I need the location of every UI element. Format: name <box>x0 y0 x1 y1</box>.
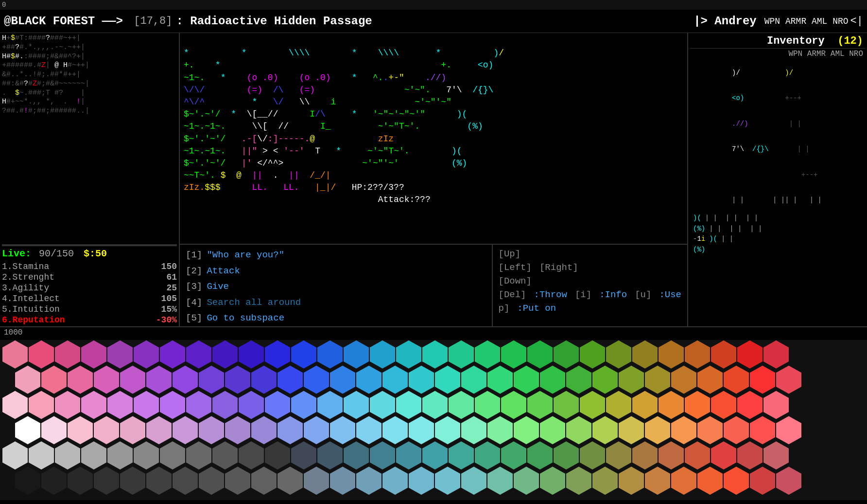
palette-color[interactable] <box>711 340 736 369</box>
palette-color[interactable] <box>461 416 486 444</box>
palette-color[interactable] <box>396 441 421 470</box>
palette-color[interactable] <box>277 366 303 394</box>
palette-color[interactable] <box>251 467 277 495</box>
palette-color[interactable] <box>724 416 749 444</box>
palette-color[interactable] <box>697 416 723 444</box>
palette-color[interactable] <box>251 416 277 444</box>
palette-color[interactable] <box>344 441 369 470</box>
palette-color[interactable] <box>277 416 303 444</box>
palette-color[interactable] <box>265 391 290 419</box>
palette-color[interactable] <box>619 366 644 394</box>
palette-color[interactable] <box>776 366 801 394</box>
palette-color[interactable] <box>29 340 54 369</box>
palette-color[interactable] <box>291 391 316 419</box>
palette-color[interactable] <box>619 416 644 444</box>
palette-color[interactable] <box>55 391 80 419</box>
palette-color[interactable] <box>356 416 381 444</box>
palette-color[interactable] <box>344 391 369 419</box>
palette-color[interactable] <box>540 416 565 444</box>
palette-color[interactable] <box>592 467 618 495</box>
palette-color[interactable] <box>409 467 434 495</box>
palette-color[interactable] <box>422 391 448 419</box>
palette-color[interactable] <box>212 391 238 419</box>
palette-color[interactable] <box>527 340 553 369</box>
palette-color[interactable] <box>356 366 381 394</box>
palette-color[interactable] <box>212 441 238 470</box>
palette-color[interactable] <box>120 366 145 394</box>
palette-color[interactable] <box>580 391 605 419</box>
palette-color[interactable] <box>501 441 526 470</box>
palette-color[interactable] <box>659 340 684 369</box>
palette-color[interactable] <box>671 416 696 444</box>
palette-color[interactable] <box>146 366 172 394</box>
palette-color[interactable] <box>685 441 710 470</box>
palette-color[interactable] <box>317 340 343 369</box>
palette-color[interactable] <box>199 416 224 444</box>
palette-color[interactable] <box>750 366 775 394</box>
palette-color[interactable] <box>632 441 658 470</box>
palette-color[interactable] <box>396 340 421 369</box>
palette-color[interactable] <box>239 441 264 470</box>
palette-color[interactable] <box>186 441 211 470</box>
palette-color[interactable] <box>461 366 486 394</box>
palette-color[interactable] <box>2 441 28 470</box>
palette-color[interactable] <box>487 366 513 394</box>
palette-color[interactable] <box>554 441 579 470</box>
palette-color[interactable] <box>619 467 644 495</box>
palette-color[interactable] <box>146 416 172 444</box>
palette-color[interactable] <box>134 441 159 470</box>
palette-color[interactable] <box>566 416 591 444</box>
palette-color[interactable] <box>212 340 238 369</box>
palette-color[interactable] <box>120 416 145 444</box>
palette-color[interactable] <box>396 391 421 419</box>
palette-color[interactable] <box>81 441 106 470</box>
palette-color[interactable] <box>160 340 185 369</box>
palette-color[interactable] <box>107 340 133 369</box>
palette-color[interactable] <box>606 391 631 419</box>
palette-color[interactable] <box>317 391 343 419</box>
palette-color[interactable] <box>199 366 224 394</box>
palette-color[interactable] <box>763 340 789 369</box>
palette-color[interactable] <box>514 366 539 394</box>
palette-color[interactable] <box>29 441 54 470</box>
palette-color[interactable] <box>382 467 408 495</box>
palette-color[interactable] <box>501 340 526 369</box>
palette-color[interactable] <box>225 416 250 444</box>
palette-color[interactable] <box>697 366 723 394</box>
palette-color[interactable] <box>304 366 329 394</box>
palette-color[interactable] <box>685 391 710 419</box>
palette-color[interactable] <box>199 467 224 495</box>
palette-color[interactable] <box>671 366 696 394</box>
palette-color[interactable] <box>697 467 723 495</box>
palette-color[interactable] <box>501 391 526 419</box>
palette-color[interactable] <box>449 391 474 419</box>
palette-color[interactable] <box>160 391 185 419</box>
palette-color[interactable] <box>409 366 434 394</box>
palette-color[interactable] <box>737 441 763 470</box>
palette-color[interactable] <box>750 416 775 444</box>
palette-color[interactable] <box>304 467 329 495</box>
palette-color[interactable] <box>763 391 789 419</box>
palette-color[interactable] <box>554 340 579 369</box>
palette-color[interactable] <box>514 467 539 495</box>
palette-color[interactable] <box>475 441 500 470</box>
palette-color[interactable] <box>304 416 329 444</box>
palette-color[interactable] <box>317 441 343 470</box>
palette-color[interactable] <box>606 441 631 470</box>
palette-color[interactable] <box>186 340 211 369</box>
palette-color[interactable] <box>173 416 198 444</box>
palette-color[interactable] <box>580 441 605 470</box>
palette-color[interactable] <box>55 441 80 470</box>
palette-color[interactable] <box>671 467 696 495</box>
palette-color[interactable] <box>277 467 303 495</box>
palette-color[interactable] <box>776 467 801 495</box>
palette-color[interactable] <box>632 340 658 369</box>
palette-color[interactable] <box>659 441 684 470</box>
palette-color[interactable] <box>81 340 106 369</box>
palette-color[interactable] <box>554 391 579 419</box>
action-item-3[interactable]: [3] Give <box>186 280 486 293</box>
palette-color[interactable] <box>120 467 145 495</box>
palette-color[interactable] <box>186 391 211 419</box>
palette-color[interactable] <box>566 366 591 394</box>
palette-color[interactable] <box>265 441 290 470</box>
